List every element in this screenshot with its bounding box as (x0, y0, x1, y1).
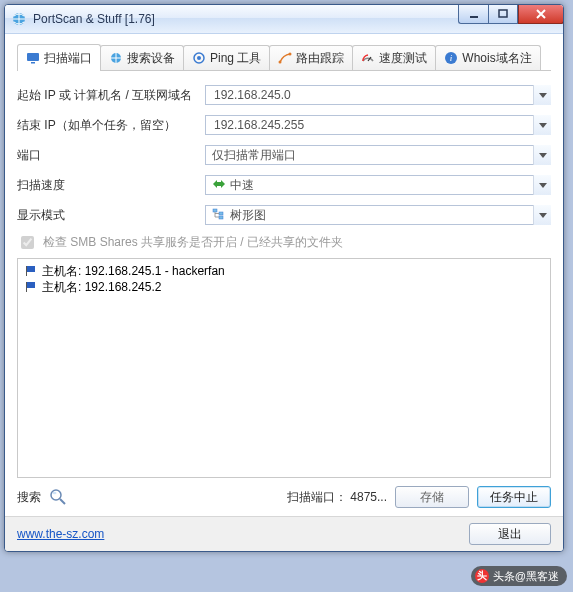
svg-rect-14 (219, 212, 223, 215)
svg-point-8 (279, 61, 282, 64)
smb-checkbox-label: 检查 SMB Shares 共享服务是否开启 / 已经共享的文件夹 (43, 234, 343, 251)
tab-speed-test[interactable]: 速度测试 (352, 45, 436, 70)
tab-label: Whois域名注 (462, 50, 531, 67)
watermark-text: 头条@黑客迷 (493, 569, 559, 584)
port-combo[interactable]: 仅扫描常用端口 (205, 145, 551, 165)
result-item[interactable]: 主机名: 192.168.245.2 (24, 279, 544, 295)
host-icon (24, 281, 38, 293)
status-value: 4875... (350, 490, 387, 504)
svg-line-21 (60, 499, 65, 504)
end-ip-dropdown-button[interactable] (533, 115, 551, 135)
tab-label: Ping 工具 (210, 50, 261, 67)
scan-form: 起始 IP 或 计算机名 / 互联网域名 结束 IP（如单个任务，留空） (17, 85, 551, 225)
tab-search-devices[interactable]: 搜索设备 (100, 45, 184, 70)
result-text: 主机名: 192.168.245.2 (42, 279, 161, 296)
monitor-icon (26, 51, 40, 65)
host-icon (24, 265, 38, 277)
svg-point-7 (197, 56, 201, 60)
chevron-down-icon (539, 123, 547, 128)
client-bottom-bar: 搜索 扫描端口： 4875... 存储 任务中止 (17, 486, 551, 508)
end-ip-label: 结束 IP（如单个任务，留空） (17, 117, 205, 134)
save-button[interactable]: 存储 (395, 486, 469, 508)
svg-rect-17 (26, 266, 27, 276)
svg-rect-18 (26, 282, 35, 288)
chevron-down-icon (539, 93, 547, 98)
tab-traceroute[interactable]: 路由跟踪 (269, 45, 353, 70)
chevron-down-icon (539, 213, 547, 218)
end-ip-combo[interactable] (205, 115, 551, 135)
svg-rect-4 (31, 62, 35, 64)
tabstrip: 扫描端口 搜索设备 Ping 工具 路由跟踪 (17, 44, 551, 71)
abort-button[interactable]: 任务中止 (477, 486, 551, 508)
tab-scan-ports[interactable]: 扫描端口 (17, 44, 101, 71)
row-display: 显示模式 树形图 (17, 205, 551, 225)
svg-point-22 (53, 492, 57, 495)
svg-rect-19 (26, 282, 27, 292)
svg-rect-15 (219, 216, 223, 219)
speed-icon (212, 178, 226, 192)
result-text: 主机名: 192.168.245.1 - hackerfan (42, 263, 225, 280)
maximize-button[interactable] (488, 4, 518, 24)
ping-icon (192, 51, 206, 65)
row-end-ip: 结束 IP（如单个任务，留空） (17, 115, 551, 135)
tab-label: 扫描端口 (44, 50, 92, 67)
svg-rect-1 (470, 16, 478, 18)
start-ip-label: 起始 IP 或 计算机名 / 互联网域名 (17, 87, 205, 104)
scan-status: 扫描端口： 4875... (287, 489, 387, 506)
display-dropdown-button[interactable] (533, 205, 551, 225)
status-label: 扫描端口： (287, 490, 347, 504)
speed-dropdown-button[interactable] (533, 175, 551, 195)
start-ip-dropdown-button[interactable] (533, 85, 551, 105)
chevron-down-icon (539, 183, 547, 188)
tab-ping[interactable]: Ping 工具 (183, 45, 270, 70)
display-label: 显示模式 (17, 207, 205, 224)
app-icon (11, 11, 27, 27)
smb-checkbox (21, 236, 34, 249)
tab-whois[interactable]: i Whois域名注 (435, 45, 540, 70)
start-ip-input[interactable] (212, 87, 550, 103)
port-dropdown-button[interactable] (533, 145, 551, 165)
row-speed: 扫描速度 中速 (17, 175, 551, 195)
svg-rect-3 (27, 53, 39, 61)
start-ip-combo[interactable] (205, 85, 551, 105)
footer: www.the-sz.com 退出 (5, 516, 563, 551)
app-window: PortScan & Stuff [1.76] 扫描端口 (4, 4, 564, 552)
svg-rect-16 (26, 266, 35, 272)
end-ip-input[interactable] (212, 117, 550, 133)
svg-rect-2 (499, 10, 507, 17)
svg-point-20 (51, 490, 61, 500)
speed-combo[interactable]: 中速 (205, 175, 551, 195)
port-label: 端口 (17, 147, 205, 164)
titlebar[interactable]: PortScan & Stuff [1.76] (5, 5, 563, 34)
exit-button[interactable]: 退出 (469, 523, 551, 545)
window-buttons (458, 4, 564, 24)
watermark-logo-icon: 头 (475, 569, 489, 583)
tab-label: 路由跟踪 (296, 50, 344, 67)
watermark-badge: 头 头条@黑客迷 (471, 566, 567, 586)
search-label: 搜索 (17, 489, 41, 506)
speed-label: 扫描速度 (17, 177, 205, 194)
route-icon (278, 51, 292, 65)
result-item[interactable]: 主机名: 192.168.245.1 - hackerfan (24, 263, 544, 279)
display-combo[interactable]: 树形图 (205, 205, 551, 225)
display-value: 树形图 (230, 207, 266, 224)
speed-value: 中速 (230, 177, 254, 194)
homepage-link[interactable]: www.the-sz.com (17, 527, 104, 541)
info-icon: i (444, 51, 458, 65)
gauge-icon (361, 51, 375, 65)
svg-rect-13 (213, 209, 217, 212)
close-button[interactable] (518, 4, 564, 24)
tab-label: 速度测试 (379, 50, 427, 67)
row-smb-check: 检查 SMB Shares 共享服务是否开启 / 已经共享的文件夹 (17, 233, 551, 252)
row-start-ip: 起始 IP 或 计算机名 / 互联网域名 (17, 85, 551, 105)
search-icon[interactable] (49, 488, 67, 506)
minimize-button[interactable] (458, 4, 488, 24)
tree-icon (212, 208, 226, 223)
tab-label: 搜索设备 (127, 50, 175, 67)
globe-icon (109, 51, 123, 65)
svg-point-9 (289, 53, 292, 56)
results-panel[interactable]: 主机名: 192.168.245.1 - hackerfan 主机名: 192.… (17, 258, 551, 478)
client-area: 扫描端口 搜索设备 Ping 工具 路由跟踪 (5, 34, 563, 516)
chevron-down-icon (539, 153, 547, 158)
window-title: PortScan & Stuff [1.76] (33, 12, 155, 26)
